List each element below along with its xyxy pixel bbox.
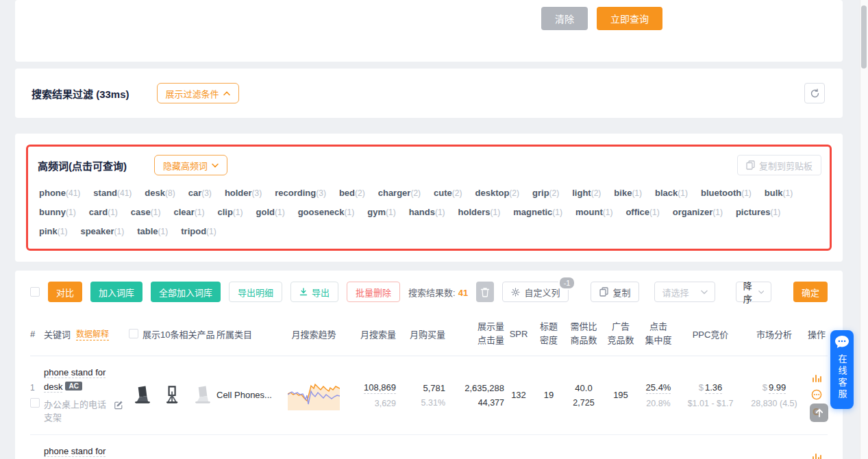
export-detail-button[interactable]: 导出明细 [229,282,282,302]
batch-delete-button[interactable]: 批量删除 [347,282,400,302]
click-share[interactable]: 25.4% [646,382,671,394]
keyword-tag-count: (3) [201,188,212,198]
keyword-tag-word: bluetooth [701,188,741,198]
spr-value: 132 [504,390,533,400]
keyword-tag[interactable]: phone(41) [39,188,80,198]
keyword-tag[interactable]: clear(1) [173,207,204,217]
keyword-tag-count: (1) [66,208,76,217]
keyword-tag[interactable]: pictures(1) [736,207,780,217]
customer-service-widget[interactable]: 在线客服 [830,330,854,409]
product-image[interactable] [189,382,216,409]
sort-field-select[interactable]: 请选择 [654,282,715,302]
add-to-wordbank-button[interactable]: 加入词库 [90,282,142,302]
search-volume[interactable]: 108,869 [364,382,396,394]
scrollbar-thumb[interactable] [861,5,867,69]
show-products-checkbox[interactable] [129,329,138,338]
more-options-icon[interactable] [811,389,822,400]
keyword-tag[interactable]: hands(1) [409,207,445,217]
keyword-tag-count: (1) [741,188,752,198]
sort-order-value: 降序 [743,279,758,305]
copy-to-clipboard-button[interactable]: 复制到剪贴板 [737,155,821,175]
keyword-link[interactable]: phone stand for recording [44,446,106,459]
keyword-tag[interactable]: bike(1) [614,188,642,198]
select-all-checkbox[interactable] [30,287,40,297]
keyword-tag-word: stand [93,188,117,198]
keyword-tag[interactable]: gold(1) [256,207,285,217]
keyword-tag[interactable]: bunny(1) [39,207,76,217]
data-explain-link[interactable]: 数据解释 [76,327,109,340]
chevron-down-icon [758,290,764,295]
compare-button[interactable]: 对比 [48,282,82,302]
keyword-tag[interactable]: organizer(1) [673,207,723,217]
keyword-tag[interactable]: desk(8) [145,188,175,198]
keyword-tag[interactable]: tripod(1) [181,226,216,236]
supply-ratio: 40.0 [565,383,603,393]
row-checkbox[interactable] [30,398,40,408]
keyword-tag[interactable]: bluetooth(1) [701,188,752,198]
keyword-tag[interactable]: stand(41) [93,188,132,198]
customize-columns-button[interactable]: 自定义列 -1 [502,282,569,302]
sort-order-select[interactable]: 降序 [736,282,771,302]
keyword-tag[interactable]: bed(2) [339,188,365,198]
refresh-button[interactable] [804,83,825,103]
keyword-tag[interactable]: desktop(2) [475,188,520,198]
keyword-tag-count: (1) [552,208,562,217]
title-density: 19 [533,390,565,400]
keyword-tag[interactable]: grip(2) [532,188,559,198]
product-image[interactable] [159,382,186,409]
keyword-tag[interactable]: pink(1) [39,226,67,236]
search-now-button[interactable]: 立即查询 [597,7,662,30]
analytics-icon[interactable] [812,452,821,459]
keyword-tag[interactable]: black(1) [655,188,688,198]
keyword-tag-word: phone [39,188,66,198]
keyword-tag-count: (2) [410,188,421,198]
market-price[interactable]: 9.99 [769,382,786,394]
confirm-button[interactable]: 确定 [793,282,828,302]
toggle-filter-button[interactable]: 展示过滤条件 [157,83,239,103]
query-form-card: 清除 立即查询 [15,0,843,62]
refresh-icon [810,88,820,99]
product-image[interactable] [129,382,156,409]
keyword-tag[interactable]: car(3) [188,188,212,198]
keyword-tag[interactable]: card(1) [89,207,118,217]
hide-high-frequency-button[interactable]: 隐藏高频词 [154,155,227,175]
keyword-tag-count: (1) [114,227,125,236]
keyword-tag[interactable]: mount(1) [575,207,612,217]
keyword-tag[interactable]: speaker(1) [80,226,124,236]
clear-button[interactable]: 清除 [541,7,588,30]
keyword-tag[interactable]: holders(1) [458,207,501,217]
keyword-tag[interactable]: clip(1) [217,207,243,217]
keyword-tag[interactable]: holder(3) [225,188,262,198]
customer-service-label: 在线客服 [836,354,849,401]
chevron-up-icon [223,91,230,96]
ac-badge: AC [65,382,82,390]
scroll-to-top-button[interactable] [810,404,828,422]
keyword-tag[interactable]: bulk(1) [765,188,793,198]
keyword-tag[interactable]: light(2) [572,188,601,198]
scrollbar-track[interactable] [860,0,868,459]
keyword-tag-count: (8) [165,188,175,198]
filter-title: 搜索结果过滤 (33ms) [32,86,129,101]
col-spr: SPR [504,329,533,339]
keyword-tag-count: (1) [435,208,445,217]
keyword-tag-word: organizer [673,207,713,217]
keyword-tag-word: bike [614,188,632,198]
keyword-tag[interactable]: recording(3) [275,188,326,198]
keyword-tag[interactable]: table(1) [137,226,168,236]
keyword-tag[interactable]: office(1) [625,207,659,217]
edit-icon[interactable] [114,400,123,410]
keyword-tag[interactable]: case(1) [131,207,161,217]
keyword-tag[interactable]: gym(1) [367,207,395,217]
export-button[interactable]: 导出 [290,282,338,302]
trash-button[interactable] [476,282,494,302]
keyword-tag[interactable]: magnetic(1) [513,207,562,217]
col-title-density: 标题密度 [533,320,565,347]
keyword-tag[interactable]: charger(2) [378,188,421,198]
ppc-bid[interactable]: 1.36 [705,382,722,394]
supply-products: 2,725 [565,398,603,408]
add-all-to-wordbank-button[interactable]: 全部加入词库 [151,282,221,302]
keyword-tag[interactable]: cute(2) [434,188,462,198]
keyword-tag[interactable]: gooseneck(1) [298,207,355,217]
analytics-icon[interactable] [812,373,821,383]
copy-button[interactable]: 复制 [591,282,639,302]
